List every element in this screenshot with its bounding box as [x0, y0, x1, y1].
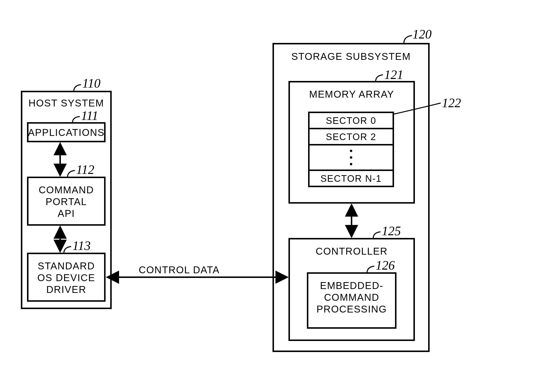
leader-120 — [404, 36, 412, 44]
sector-ref: 122 — [442, 96, 461, 110]
storage-subsystem-ref: 120 — [412, 27, 432, 41]
sector-1-cell: SECTOR 2 — [308, 128, 394, 145]
os-device-driver-label: STANDARD OS DEVICE DRIVER — [27, 260, 106, 295]
applications-ref: 111 — [81, 108, 98, 123]
diagram-stage: HOST SYSTEM 110 APPLICATIONS 111 COMMAND… — [0, 0, 545, 392]
os-device-driver-ref: 113 — [72, 238, 91, 253]
memory-array-title: MEMORY ARRAY — [288, 89, 415, 100]
sector-0-cell: SECTOR 0 — [308, 112, 394, 129]
host-system-title: HOST SYSTEM — [21, 98, 112, 109]
sector-0-label: SECTOR 0 — [326, 116, 376, 126]
embedded-command-label: EMBEDDED- COMMAND PROCESSING — [307, 280, 396, 315]
storage-subsystem-title: STORAGE SUBSYSTEM — [272, 51, 430, 62]
control-data-label: CONTROL DATA — [130, 264, 228, 275]
memory-array-ref: 121 — [384, 67, 403, 82]
vertical-dots-icon — [348, 148, 354, 167]
embedded-command-ref: 126 — [376, 258, 395, 273]
controller-ref: 125 — [382, 224, 401, 238]
host-system-ref: 110 — [82, 76, 100, 91]
sector-1-label: SECTOR 2 — [326, 132, 376, 142]
sector-n-label: SECTOR N-1 — [320, 173, 382, 184]
command-portal-api-label: COMMAND PORTAL API — [27, 184, 106, 219]
command-portal-api-ref: 112 — [76, 162, 94, 177]
applications-label: APPLICATIONS — [27, 127, 106, 138]
controller-title: CONTROLLER — [288, 246, 415, 257]
sector-n-cell: SECTOR N-1 — [308, 170, 394, 187]
